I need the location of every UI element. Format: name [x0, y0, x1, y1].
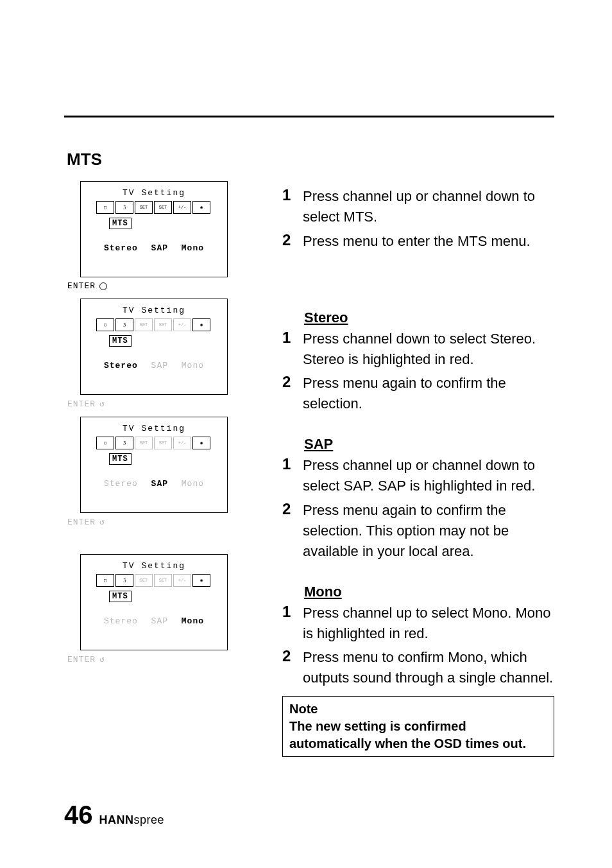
- step-number: 1: [282, 186, 295, 227]
- autoset-icon: SET: [135, 201, 153, 214]
- step-number: 1: [282, 455, 295, 496]
- step-item: 2 Press menu to confirm Mono, which outp…: [282, 647, 554, 688]
- enter-text: ENTER: [67, 517, 96, 527]
- autoset-icon: SET: [135, 437, 153, 449]
- osd-title: TV Setting: [81, 561, 227, 571]
- note-body: The new setting is confirmed automatical…: [289, 718, 547, 752]
- enter-text: ENTER: [67, 399, 96, 409]
- step-number: 2: [282, 231, 295, 252]
- channel-icon: +/-: [173, 437, 191, 449]
- opt-stereo: Stereo: [104, 616, 138, 626]
- step-number: 1: [282, 603, 295, 644]
- osd-screenshot-4: TV Setting ▢ ℨ SET SET +/- ◉ MTS Stereo …: [64, 554, 237, 664]
- step-text: Press channel up or channel down to sele…: [303, 186, 554, 227]
- opt-stereo: Stereo: [104, 243, 138, 253]
- antenna-icon: ℨ: [115, 318, 133, 331]
- step-item: 1 Press channel up or channel down to se…: [282, 455, 554, 496]
- step-text: Press menu again to confirm the selectio…: [303, 373, 554, 414]
- opt-sap: SAP: [151, 361, 168, 370]
- osd-options: Stereo SAP Mono: [81, 616, 227, 626]
- step-item: 2 Press menu again to confirm the select…: [282, 373, 554, 414]
- mts-label: MTS: [109, 591, 132, 602]
- enter-arrow-icon: ↺: [99, 654, 105, 664]
- autoset-icon: SET: [135, 318, 153, 331]
- mono-group: Mono 1 Press channel up to select Mono. …: [282, 584, 554, 689]
- brand-rest: spree: [134, 813, 165, 826]
- enter-label: ENTER ↺: [67, 399, 237, 409]
- channel-icon: +/-: [173, 201, 191, 214]
- antenna-icon: ℨ: [115, 574, 133, 587]
- cc-icon: ◉: [192, 437, 210, 449]
- opt-mono: Mono: [182, 361, 204, 370]
- osd-screenshot-1: TV Setting ▢ ℨ SET SET +/- ◉ MTS Stereo …: [64, 181, 237, 291]
- step-item: 1 Press channel up or channel down to se…: [282, 186, 554, 227]
- tv-icon: ▢: [96, 437, 114, 449]
- opt-stereo: Stereo: [104, 479, 138, 489]
- mts-label: MTS: [109, 335, 132, 347]
- cc-icon: ◉: [192, 574, 210, 587]
- manuset-icon: SET: [154, 201, 172, 214]
- tv-icon: ▢: [96, 574, 114, 587]
- step-text: Press menu again to confirm the selectio…: [303, 500, 554, 562]
- step-text: Press channel down to select Stereo. Ste…: [303, 329, 554, 370]
- osd-options: Stereo SAP Mono: [81, 243, 227, 253]
- stereo-group: Stereo 1 Press channel down to select St…: [282, 309, 554, 415]
- mts-label: MTS: [109, 453, 132, 465]
- note-title: Note: [289, 700, 547, 718]
- opt-sap: SAP: [151, 243, 168, 253]
- manuset-icon: SET: [154, 437, 172, 449]
- osd-icon-row: ▢ ℨ SET SET +/- ◉: [96, 437, 210, 449]
- step-number: 1: [282, 329, 295, 370]
- step-text: Press menu to enter the MTS menu.: [303, 231, 531, 252]
- group-heading: Mono: [304, 584, 554, 600]
- step-item: 1 Press channel down to select Stereo. S…: [282, 329, 554, 370]
- opt-mono: Mono: [182, 479, 204, 489]
- mts-label: MTS: [109, 218, 132, 229]
- opt-stereo: Stereo: [104, 361, 138, 370]
- brand-bold: HANN: [99, 813, 134, 826]
- step-item: 2 Press menu to enter the MTS menu.: [282, 231, 554, 252]
- autoset-icon: SET: [135, 574, 153, 587]
- page-footer: 46 HANNspree: [64, 801, 164, 829]
- enter-arrow-icon: ↺: [99, 517, 105, 527]
- osd-icon-row: ▢ ℨ SET SET +/- ◉: [96, 201, 210, 214]
- enter-text: ENTER: [67, 281, 96, 291]
- osd-options: Stereo SAP Mono: [81, 361, 227, 370]
- step-item: 2 Press menu again to confirm the select…: [282, 500, 554, 562]
- step-text: Press menu to confirm Mono, which output…: [303, 647, 554, 688]
- opt-sap: SAP: [151, 616, 168, 626]
- cc-icon: ◉: [192, 201, 210, 214]
- brand-logo: HANNspree: [99, 813, 165, 827]
- manuset-icon: SET: [154, 574, 172, 587]
- opt-mono: Mono: [182, 616, 204, 626]
- manuset-icon: SET: [154, 318, 172, 331]
- enter-icon: [99, 282, 107, 290]
- header-divider: [64, 116, 554, 117]
- section-title: MTS: [67, 150, 554, 169]
- osd-icon-row: ▢ ℨ SET SET +/- ◉: [96, 574, 210, 587]
- channel-icon: +/-: [173, 318, 191, 331]
- osd-screenshot-3: TV Setting ▢ ℨ SET SET +/- ◉ MTS Stereo …: [64, 417, 237, 527]
- channel-icon: +/-: [173, 574, 191, 587]
- step-text: Press channel up or channel down to sele…: [303, 455, 554, 496]
- sap-group: SAP 1 Press channel up or channel down t…: [282, 436, 554, 561]
- intro-steps: 1 Press channel up or channel down to se…: [282, 186, 554, 252]
- enter-label: ENTER ↺: [67, 654, 237, 664]
- antenna-icon: ℨ: [115, 437, 133, 449]
- enter-label: ENTER ↺: [67, 517, 237, 527]
- osd-title: TV Setting: [81, 424, 227, 433]
- osd-screenshots-column: TV Setting ▢ ℨ SET SET +/- ◉ MTS Stereo …: [64, 181, 237, 757]
- step-number: 2: [282, 647, 295, 688]
- cc-icon: ◉: [192, 318, 210, 331]
- opt-mono: Mono: [182, 243, 204, 253]
- step-number: 2: [282, 373, 295, 414]
- osd-title: TV Setting: [81, 306, 227, 315]
- enter-label: ENTER: [67, 281, 237, 291]
- group-heading: SAP: [304, 436, 554, 453]
- tv-icon: ▢: [96, 318, 114, 331]
- tv-icon: ▢: [96, 201, 114, 214]
- osd-title: TV Setting: [81, 188, 227, 198]
- step-item: 1 Press channel up to select Mono. Mono …: [282, 603, 554, 644]
- page-number: 46: [64, 801, 93, 829]
- osd-options: Stereo SAP Mono: [81, 479, 227, 489]
